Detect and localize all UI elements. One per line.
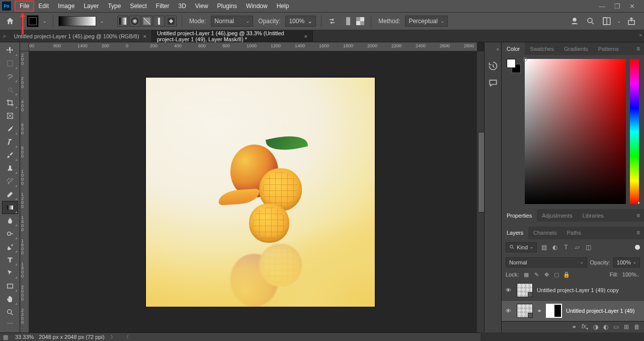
layer-style-icon[interactable]: fx▾ xyxy=(582,323,588,331)
type-tool[interactable] xyxy=(3,254,18,266)
gradient-reflected-icon[interactable] xyxy=(153,16,165,27)
vertical-ruler[interactable]: 2 0 02 0 04 0 06 0 08 0 01 0 0 01 2 0 01… xyxy=(20,51,29,332)
lasso-tool[interactable] xyxy=(3,71,18,83)
status-nav-left[interactable]: 〈 xyxy=(123,334,130,340)
gradient-picker-caret[interactable]: ⌄ xyxy=(99,19,105,24)
close-tab-icon[interactable]: × xyxy=(304,33,307,39)
tabs-expand-right[interactable]: » xyxy=(639,32,642,38)
dither-icon[interactable] xyxy=(341,16,352,27)
gradient-tool-preset[interactable] xyxy=(27,15,39,27)
layers-tab-channels[interactable]: Channels xyxy=(528,227,561,239)
cloud-sync-icon[interactable] xyxy=(569,16,580,27)
pen-tool[interactable] xyxy=(3,241,18,253)
filter-smartobject-icon[interactable]: ◫ xyxy=(584,244,592,251)
status-info-caret[interactable]: 〉 xyxy=(110,334,116,340)
layer-opacity-input[interactable]: 100%⌄ xyxy=(613,257,640,267)
dodge-tool[interactable] xyxy=(3,228,18,240)
menu-type[interactable]: Type xyxy=(103,1,125,11)
preset-dropdown-caret[interactable]: ⌄ xyxy=(42,19,48,24)
transparency-icon[interactable] xyxy=(355,16,366,27)
props-tab-libraries[interactable]: Libraries xyxy=(578,209,609,222)
delete-layer-icon[interactable]: 🗑 xyxy=(634,323,640,330)
move-tool[interactable] xyxy=(3,44,18,56)
eraser-tool[interactable] xyxy=(3,188,18,200)
layer-thumbnail[interactable] xyxy=(517,304,533,318)
menu-image[interactable]: Image xyxy=(53,1,79,11)
foreground-background-swatch[interactable] xyxy=(507,59,521,73)
rectangle-tool[interactable] xyxy=(3,280,18,292)
gradient-diamond-icon[interactable] xyxy=(166,16,177,27)
brush-tool[interactable] xyxy=(3,149,18,161)
opacity-input[interactable]: 100%⌄ xyxy=(285,16,316,27)
reverse-gradient-icon[interactable] xyxy=(327,16,338,27)
gradient-linear-icon[interactable] xyxy=(117,16,128,27)
menu-file[interactable]: File xyxy=(15,1,34,11)
vertical-scrollbar[interactable] xyxy=(477,51,484,332)
blur-tool[interactable] xyxy=(3,215,18,227)
panel-menu-icon[interactable]: ≡ xyxy=(632,229,644,236)
document-canvas[interactable] xyxy=(146,78,375,307)
layer-visibility-icon[interactable]: 👁 xyxy=(506,308,513,314)
healing-brush-tool[interactable] xyxy=(3,136,18,148)
layer-filter-dropdown[interactable]: Kind ⌄ xyxy=(506,242,537,252)
filter-type-icon[interactable]: T xyxy=(562,244,570,251)
lock-all-icon[interactable]: 🔒 xyxy=(563,271,570,278)
gradient-preview[interactable] xyxy=(58,16,96,26)
layer-thumbnail[interactable] xyxy=(517,283,533,297)
layer-fill-input[interactable]: 100%⌄ xyxy=(622,271,640,278)
edit-toolbar[interactable]: ⋯ xyxy=(3,319,18,327)
props-tab-adjustments[interactable]: Adjustments xyxy=(537,209,578,222)
document-tab[interactable]: Untitled project-Layer 1 (45).jpeg @ 100… xyxy=(9,30,152,42)
new-adjustment-icon[interactable]: ◐ xyxy=(603,323,608,330)
new-group-icon[interactable]: ▭ xyxy=(613,323,619,330)
tabs-expand-left[interactable]: » xyxy=(0,30,9,42)
gradient-tool[interactable] xyxy=(3,201,18,214)
layer-item[interactable]: 👁Untitled project-Layer 1 (49) copy xyxy=(502,280,644,301)
filter-shape-icon[interactable]: ▱ xyxy=(573,244,581,251)
minimize-button[interactable]: — xyxy=(599,3,605,10)
ruler-origin[interactable] xyxy=(20,42,29,51)
frame-tool[interactable] xyxy=(3,110,18,122)
crop-tool[interactable] xyxy=(3,97,18,109)
layers-tab-layers[interactable]: Layers xyxy=(502,227,528,239)
color-field[interactable] xyxy=(525,59,626,204)
comments-panel-icon[interactable] xyxy=(488,78,498,88)
menu-window[interactable]: Window xyxy=(242,1,272,11)
collapse-panels-icon[interactable]: « xyxy=(496,46,501,52)
lock-transparency-icon[interactable]: ▦ xyxy=(523,271,530,278)
layer-visibility-icon[interactable]: 👁 xyxy=(506,287,513,293)
zoom-tool[interactable] xyxy=(3,306,18,318)
quick-selection-tool[interactable] xyxy=(3,84,18,96)
filter-toggle[interactable] xyxy=(635,245,640,250)
gradient-angle-icon[interactable] xyxy=(141,16,152,27)
menu-3d[interactable]: 3D xyxy=(174,1,190,11)
share-icon[interactable] xyxy=(626,16,637,27)
add-mask-icon[interactable]: ◑ xyxy=(593,323,598,330)
home-button[interactable] xyxy=(4,15,16,27)
color-tab-gradients[interactable]: Gradients xyxy=(559,42,593,55)
color-tab-color[interactable]: Color xyxy=(502,42,525,55)
lock-paint-icon[interactable]: ✎ xyxy=(533,271,540,278)
hand-tool[interactable] xyxy=(3,293,18,305)
color-tab-swatches[interactable]: Swatches xyxy=(525,42,559,55)
color-tab-patterns[interactable]: Patterns xyxy=(593,42,624,55)
history-panel-icon[interactable] xyxy=(488,61,498,71)
method-dropdown[interactable]: Perceptual⌄ xyxy=(405,16,447,27)
lock-position-icon[interactable]: ✥ xyxy=(543,271,550,278)
workspace-switcher-icon[interactable] xyxy=(601,16,612,27)
clone-stamp-tool[interactable] xyxy=(3,162,18,174)
layer-blend-mode-dropdown[interactable]: Normal ⌄ xyxy=(506,257,587,267)
blend-mode-dropdown[interactable]: Normal⌄ xyxy=(211,16,253,27)
search-icon[interactable] xyxy=(585,16,596,27)
layer-mask-thumbnail[interactable] xyxy=(546,304,562,318)
filter-pixel-icon[interactable]: ▧ xyxy=(540,244,548,251)
menu-select[interactable]: Select xyxy=(125,1,151,11)
maximize-button[interactable]: ❐ xyxy=(614,3,620,10)
zoom-level[interactable]: 33.33% xyxy=(15,334,34,340)
document-tab[interactable]: Untitled project-Layer 1 (46).jpeg @ 33.… xyxy=(152,30,313,42)
eyedropper-tool[interactable] xyxy=(3,123,18,135)
gradient-radial-icon[interactable] xyxy=(129,16,140,27)
link-layers-icon[interactable]: ⚭ xyxy=(572,323,577,330)
props-tab-properties[interactable]: Properties xyxy=(502,209,537,222)
menu-filter[interactable]: Filter xyxy=(151,1,174,11)
